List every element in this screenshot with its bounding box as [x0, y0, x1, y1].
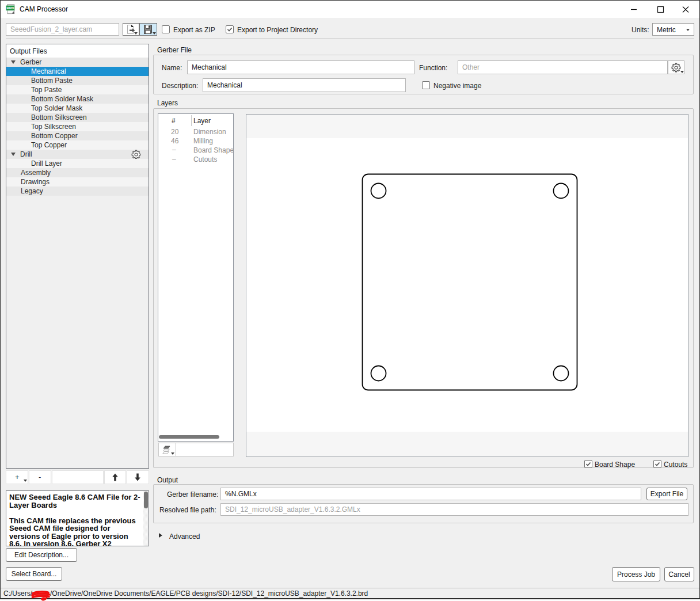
svg-text:BRD: BRD — [6, 6, 14, 10]
